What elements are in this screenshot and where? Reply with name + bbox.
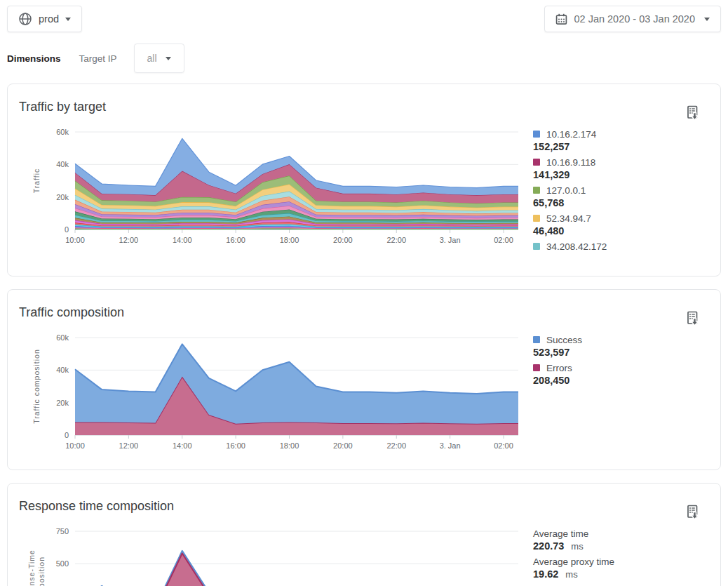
- legend-swatch: [533, 187, 540, 194]
- dimensions-label: Dimensions: [7, 53, 61, 64]
- legend-label: 10.16.9.118: [546, 157, 595, 168]
- svg-text:60k: 60k: [56, 128, 69, 136]
- card-title: Response time composition: [19, 498, 709, 514]
- svg-text:Traffic composition: Traffic composition: [32, 349, 41, 424]
- traffic-composition-plot: 60k40k20k0Traffic composition10:0012:001…: [8, 324, 523, 461]
- card-title: Traffic composition: [19, 304, 709, 321]
- svg-text:60k: 60k: [56, 333, 69, 342]
- svg-text:500: 500: [56, 559, 69, 568]
- caret-down-icon: [704, 18, 710, 21]
- svg-text:10:00: 10:00: [65, 441, 85, 450]
- card-body: 60k40k20k0Traffic10:0012:0014:0016:0018:…: [8, 115, 720, 276]
- legend-item: Success523,597: [533, 333, 715, 361]
- caret-down-icon: [166, 57, 171, 60]
- svg-text:0: 0: [65, 225, 69, 234]
- target-ip-selected-value: all: [147, 53, 157, 64]
- legend-value: 220.73: [533, 540, 564, 552]
- card-header: Response time composition: [8, 484, 720, 514]
- svg-text:3. Jan: 3. Jan: [440, 236, 461, 244]
- legend-label: 127.0.0.1: [546, 185, 586, 196]
- response-time-composition-chart[interactable]: 7505002500Response-Timecomposition10:001…: [8, 517, 523, 586]
- dashboard-cards: Traffic by target 60k40k20k0Traffic10:00…: [0, 84, 728, 586]
- report-download-icon[interactable]: [685, 505, 701, 521]
- date-range-label: 02 Jan 2020 - 03 Jan 2020: [574, 13, 695, 25]
- card-traffic-by-target: Traffic by target 60k40k20k0Traffic10:00…: [7, 84, 721, 277]
- report-download-icon[interactable]: [685, 105, 701, 122]
- target-ip-select[interactable]: all: [134, 44, 184, 73]
- card-header: Traffic by target: [8, 84, 720, 115]
- svg-text:Response-Time: Response-Time: [27, 550, 36, 586]
- svg-text:40k: 40k: [56, 366, 69, 374]
- svg-text:20k: 20k: [56, 193, 69, 201]
- filter-bar: Dimensions Target IP all: [7, 44, 728, 73]
- legend-item: 10.16.9.118141,329: [533, 155, 715, 183]
- svg-text:composition: composition: [37, 557, 46, 586]
- svg-text:0: 0: [65, 431, 69, 439]
- legend-unit: ms: [571, 541, 583, 552]
- target-ip-label: Target IP: [79, 53, 117, 64]
- legend-swatch: [533, 215, 540, 222]
- legend-label: Errors: [546, 363, 572, 373]
- svg-text:18:00: 18:00: [280, 441, 299, 450]
- svg-text:20k: 20k: [56, 399, 69, 407]
- traffic-by-target-legend: 10.16.2.174152,25710.16.9.118141,329127.…: [523, 118, 720, 267]
- card-title: Traffic by target: [19, 98, 709, 115]
- traffic-composition-legend: Success523,597Errors208,450: [523, 324, 720, 461]
- traffic-by-target-chart[interactable]: 60k40k20k0Traffic10:0012:0014:0016:0018:…: [8, 118, 523, 267]
- legend-label: Average proxy time: [533, 557, 614, 567]
- card-body: 60k40k20k0Traffic composition10:0012:001…: [8, 321, 720, 470]
- legend-item: Average time220.73ms: [533, 526, 715, 554]
- svg-text:02:00: 02:00: [494, 441, 513, 450]
- card-traffic-composition: Traffic composition 60k40k20k0Traffic co…: [7, 289, 721, 470]
- svg-text:20:00: 20:00: [333, 441, 353, 450]
- legend-swatch: [533, 243, 540, 250]
- svg-text:16:00: 16:00: [226, 441, 245, 450]
- legend-value: 65,768: [533, 197, 564, 208]
- svg-text:22:00: 22:00: [386, 236, 406, 244]
- legend-item: 52.34.94.746,480: [533, 211, 715, 239]
- svg-text:14:00: 14:00: [173, 236, 192, 244]
- traffic-composition-chart[interactable]: 60k40k20k0Traffic composition10:0012:001…: [8, 324, 523, 461]
- legend-item: Average proxy time19.62ms: [533, 554, 715, 582]
- response-time-composition-plot: 7505002500Response-Timecomposition10:001…: [8, 517, 523, 586]
- svg-text:10:00: 10:00: [65, 236, 85, 244]
- traffic-by-target-plot: 60k40k20k0Traffic10:0012:0014:0016:0018:…: [8, 118, 523, 255]
- card-header: Traffic composition: [8, 290, 720, 321]
- globe-icon: [18, 12, 32, 26]
- calendar-icon: [555, 13, 567, 25]
- svg-text:22:00: 22:00: [386, 441, 406, 450]
- report-download-icon[interactable]: [685, 311, 701, 328]
- legend-value: 141,329: [533, 169, 569, 180]
- svg-text:750: 750: [56, 527, 69, 535]
- legend-label: Average time: [533, 528, 588, 539]
- top-bar: prod 02 Jan 2020 - 03 Jan 2020: [0, 0, 728, 32]
- caret-down-icon: [65, 18, 71, 21]
- environment-selector[interactable]: prod: [7, 6, 82, 32]
- card-body: 7505002500Response-Timecomposition10:001…: [8, 514, 720, 586]
- legend-item: 10.16.2.174152,257: [533, 127, 715, 155]
- svg-text:40k: 40k: [56, 160, 69, 168]
- legend-item: 127.0.0.165,768: [533, 183, 715, 211]
- legend-unit: ms: [565, 569, 577, 580]
- legend-value: 152,257: [533, 141, 569, 152]
- legend-swatch: [533, 159, 540, 166]
- legend-label: 34.208.42.172: [546, 241, 607, 252]
- date-range-picker[interactable]: 02 Jan 2020 - 03 Jan 2020: [544, 6, 721, 32]
- svg-text:02:00: 02:00: [494, 236, 513, 244]
- legend-swatch: [533, 131, 540, 138]
- svg-text:12:00: 12:00: [119, 441, 139, 450]
- svg-text:18:00: 18:00: [280, 236, 299, 244]
- svg-text:20:00: 20:00: [333, 236, 353, 244]
- environment-label: prod: [39, 13, 59, 25]
- svg-text:3. Jan: 3. Jan: [440, 441, 461, 450]
- svg-text:Traffic: Traffic: [32, 168, 41, 194]
- legend-value: 19.62: [533, 568, 558, 580]
- legend-swatch: [533, 336, 540, 343]
- legend-label: Success: [546, 335, 582, 345]
- legend-value: 523,597: [533, 347, 569, 358]
- legend-value: 208,450: [533, 375, 569, 386]
- response-time-composition-legend: Average time220.73msAverage proxy time19…: [523, 517, 720, 586]
- legend-swatch: [533, 364, 540, 371]
- legend-item: Errors208,450: [533, 361, 715, 389]
- svg-text:12:00: 12:00: [119, 236, 139, 244]
